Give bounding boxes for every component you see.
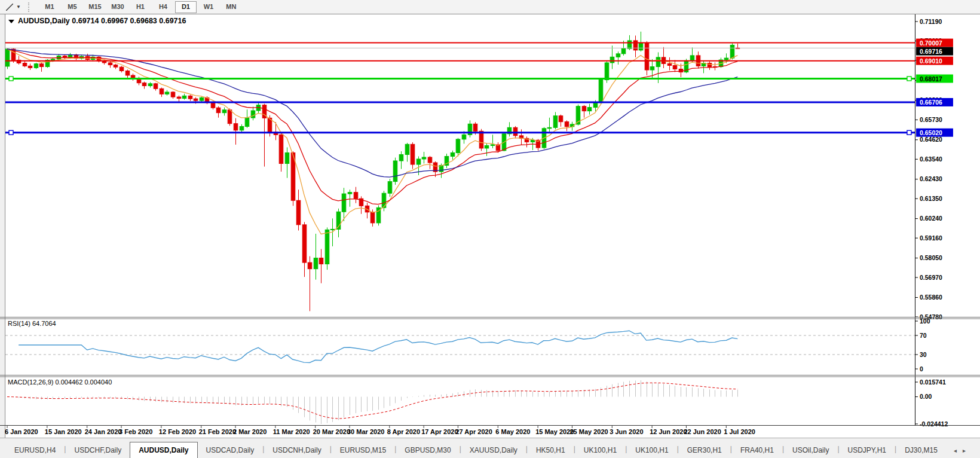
timeframe-m5[interactable]: M5 <box>62 1 83 13</box>
time-tick-label: 3 Feb 2020 <box>119 428 152 435</box>
level-handle[interactable] <box>907 130 911 135</box>
dropdown-caret-icon: ▼ <box>16 4 21 10</box>
chart-tab-eurusd-h4[interactable]: EURUSD,H4 <box>6 443 64 457</box>
timeframe-m15[interactable]: M15 <box>84 1 106 13</box>
price-tick-label: 0.55860 <box>920 294 942 301</box>
chart-tab-usoil-daily[interactable]: USOil,Daily <box>784 443 837 457</box>
rsi-axis-label: 0 <box>920 365 923 372</box>
price-badge-resistance1: 0.70007 <box>916 39 953 47</box>
chart-tab-hk50-h1[interactable]: HK50,H1 <box>528 443 574 457</box>
time-tick-label: 27 Apr 2020 <box>455 428 492 435</box>
time-tick-label: 15 May 2020 <box>535 428 574 435</box>
rsi-axis-label: 30 <box>920 351 927 358</box>
rsi-axis-label: 70 <box>920 332 927 339</box>
price-tick-label: 0.71190 <box>920 18 942 25</box>
timeframe-toolbar: M1M5M15M30H1H4D1W1MN <box>38 1 243 13</box>
chart-tab-uk100-h1[interactable]: UK100,H1 <box>575 443 625 457</box>
tab-scroll-right-icon[interactable]: ▸ <box>963 447 972 454</box>
timeframe-h4[interactable]: H4 <box>152 1 174 13</box>
price-badge-0.66706: 0.66706 <box>916 98 953 106</box>
price-chart-canvas[interactable]: 0.711900.701100.690300.679200.668100.657… <box>0 14 980 438</box>
price-tick-label: 0.64620 <box>920 136 942 143</box>
window-left-margin <box>0 14 5 438</box>
svg-text:0.69010: 0.69010 <box>920 57 942 65</box>
svg-text:0.66706: 0.66706 <box>920 99 942 106</box>
time-tick-label: 12 Feb 2020 <box>159 428 196 435</box>
price-tick-label: 0.63540 <box>920 155 942 163</box>
price-tick-label: 0.58050 <box>920 254 942 261</box>
svg-text:0.69716: 0.69716 <box>920 48 942 55</box>
chart-tab-gbpusd-m30[interactable]: GBPUSD,M30 <box>396 443 459 457</box>
price-tick-label: 0.60240 <box>920 215 942 222</box>
current-price-badge: 0.69716 <box>916 47 953 56</box>
chart-tab-uk100-h1[interactable]: UK100,H1 <box>627 443 676 457</box>
chart-tab-ger30-h1[interactable]: GER30,H1 <box>679 443 730 457</box>
price-tick-label: 0.65730 <box>920 116 942 123</box>
rsi-axis-label: 100 <box>920 317 930 325</box>
timeframe-d1[interactable]: D1 <box>175 1 197 13</box>
timeframe-w1[interactable]: W1 <box>198 1 219 13</box>
level-handle[interactable] <box>907 77 911 81</box>
tab-scroll-left-icon[interactable]: ◂ <box>954 447 963 454</box>
price-tick-label: 0.62430 <box>920 175 942 182</box>
price-tick-label: 0.61350 <box>920 195 942 202</box>
chart-window: 0.711900.701100.690300.679200.668100.657… <box>0 14 980 438</box>
time-tick-label: 2 Mar 2020 <box>233 428 267 435</box>
chart-tab-fra40-h1[interactable]: FRA40,H1 <box>732 443 782 457</box>
time-tick-label: 20 Mar 2020 <box>313 428 350 435</box>
crosshair-cursor-icon <box>5 2 14 12</box>
chart-tab-usdcad-daily[interactable]: USDCAD,Daily <box>198 443 263 457</box>
time-tick-label: 8 Apr 2020 <box>387 428 420 435</box>
timeframe-h1[interactable]: H1 <box>130 1 151 13</box>
level-handle[interactable] <box>9 130 13 135</box>
macd-axis-label: -0.024412 <box>920 420 948 428</box>
svg-text:0.65020: 0.65020 <box>920 129 942 136</box>
time-tick-label: 21 Feb 2020 <box>199 428 236 435</box>
time-tick-label: 12 Jun 2020 <box>650 428 687 435</box>
chart-tab-dj30-m15[interactable]: DJ30,M15 <box>896 443 946 457</box>
chart-tab-eurusd-m15[interactable]: EURUSD,M15 <box>332 443 394 457</box>
time-tick-label: 25 May 2020 <box>569 428 608 435</box>
time-tick-label: 30 Mar 2020 <box>347 428 384 435</box>
svg-text:0.68017: 0.68017 <box>920 75 942 83</box>
rsi-label: RSI(14) 64.7064 <box>8 320 56 327</box>
timeframe-mn[interactable]: MN <box>220 1 242 13</box>
chart-tab-usdjpy-h1[interactable]: USDJPY,H1 <box>840 443 895 457</box>
price-tick-label: 0.59160 <box>920 234 942 242</box>
time-tick-label: 24 Jan 2020 <box>85 428 122 435</box>
chart-tab-xauusd-daily[interactable]: XAUUSD,Daily <box>461 443 526 457</box>
chart-tab-usdcnh-daily[interactable]: USDCNH,Daily <box>264 443 329 457</box>
macd-axis-label: 0.015741 <box>920 378 946 386</box>
time-tick-label: 1 Jul 2020 <box>724 428 755 435</box>
time-tick-label: 6 May 2020 <box>495 428 530 435</box>
chart-tab-usdchf-daily[interactable]: USDCHF,Daily <box>66 443 130 457</box>
time-tick-label: 3 Jun 2020 <box>610 428 643 435</box>
macd-label: MACD(12,26,9) 0.004462 0.004040 <box>8 378 112 386</box>
time-tick-label: 6 Jan 2020 <box>5 428 38 435</box>
price-badge-0.69010: 0.69010 <box>916 57 953 65</box>
chart-tools-button[interactable]: ▼ <box>5 2 21 12</box>
time-tick-label: 11 Mar 2020 <box>273 428 310 435</box>
chart-tab-audusd-daily[interactable]: AUDUSD,Daily <box>130 442 197 458</box>
time-tick-label: 22 Jun 2020 <box>684 428 721 435</box>
timeframe-m1[interactable]: M1 <box>39 1 60 13</box>
price-badge-0.68017: 0.68017 <box>916 75 953 83</box>
chart-title: AUDUSD,Daily 0.69714 0.69967 0.69683 0.6… <box>18 17 186 25</box>
chart-tabbar: EURUSD,H4|USDCHF,DailyAUDUSD,DailyUSDCAD… <box>0 438 980 458</box>
price-badge-0.65020: 0.65020 <box>916 129 953 137</box>
time-tick-label: 15 Jan 2020 <box>45 428 82 435</box>
time-tick-label: 17 Apr 2020 <box>421 428 458 435</box>
timeframe-m30[interactable]: M30 <box>107 1 128 13</box>
level-handle[interactable] <box>9 77 13 81</box>
toolbar-grip <box>28 2 32 12</box>
top-toolbar: ▼ M1M5M15M30H1H4D1W1MN <box>0 0 980 14</box>
macd-axis-label: 0.00 <box>920 393 932 400</box>
price-tick-label: 0.56970 <box>920 274 942 281</box>
svg-text:0.70007: 0.70007 <box>920 39 942 47</box>
